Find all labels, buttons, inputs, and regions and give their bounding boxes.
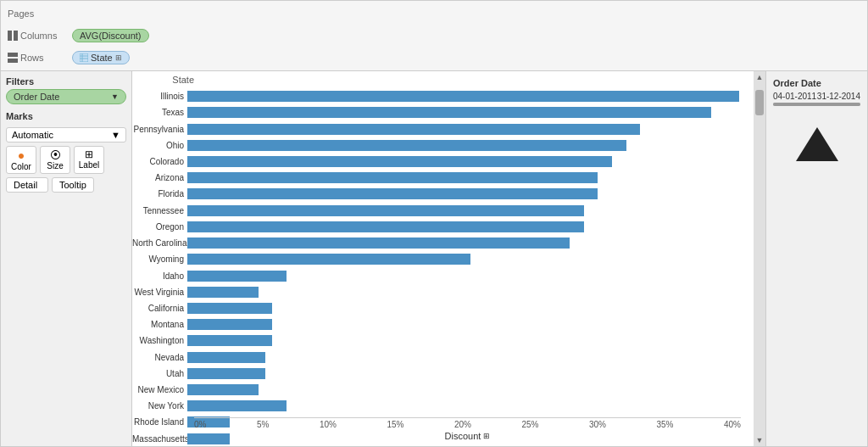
- label-icon: ⊞: [85, 148, 93, 160]
- right-panel: Order Date 04-01-2011 31-12-2014: [765, 71, 867, 446]
- table-row: Montana: [132, 316, 754, 332]
- table-row: Washington: [132, 332, 754, 349]
- rows-row: Rows State ⊞: [8, 47, 860, 68]
- x-tick: 5%: [257, 420, 269, 429]
- filter-order-date[interactable]: Order Date ▼: [6, 89, 126, 104]
- x-tick: 40%: [724, 420, 741, 429]
- scrollbar-thumb[interactable]: [755, 90, 764, 115]
- table-row: Arizona: [132, 170, 754, 186]
- bar[interactable]: [187, 287, 259, 298]
- svg-rect-1: [14, 31, 18, 41]
- state-label: Ohio: [132, 141, 187, 150]
- marks-title: Marks: [6, 111, 126, 121]
- pages-text: Pages: [8, 8, 34, 19]
- state-label: Montana: [132, 320, 187, 329]
- x-tick: 25%: [521, 420, 538, 429]
- marks-buttons: ● Color ⦿ Size ⊞ Label: [6, 146, 126, 174]
- state-label: Colorado: [132, 157, 187, 166]
- bar-area: [187, 367, 754, 380]
- bar[interactable]: [187, 91, 739, 102]
- table-row: Illinois: [132, 88, 754, 104]
- left-panel: Filters Order Date ▼ Marks Automatic ▼ ●…: [1, 71, 132, 446]
- x-tick: 30%: [589, 420, 606, 429]
- bar[interactable]: [187, 188, 598, 199]
- color-button[interactable]: ● Color: [6, 146, 36, 174]
- columns-icon: [8, 31, 18, 41]
- date-slider[interactable]: [773, 103, 860, 106]
- date-start: 04-01-2011: [773, 92, 816, 101]
- label-button[interactable]: ⊞ Label: [74, 146, 104, 174]
- size-icon: ⦿: [50, 148, 61, 161]
- bar-area: [187, 302, 754, 315]
- bars-container: IllinoisTexasPennsylvaniaOhioColoradoAri…: [132, 88, 754, 446]
- bar-area: [187, 237, 754, 249]
- rows-pill-icon: [80, 53, 88, 62]
- state-label: Idaho: [132, 271, 187, 281]
- scroll-up-icon[interactable]: ▲: [756, 73, 764, 81]
- state-label: Rhode Island: [132, 417, 187, 427]
- x-tick: 20%: [454, 420, 471, 429]
- marks-type-select[interactable]: Automatic ▼: [6, 127, 126, 142]
- state-label: Utah: [132, 369, 187, 378]
- bar[interactable]: [187, 140, 626, 151]
- table-row: Florida: [132, 186, 754, 202]
- bar-area: [187, 253, 754, 265]
- state-label: New York: [132, 401, 187, 411]
- bar[interactable]: [187, 205, 584, 216]
- color-circle-icon: ●: [18, 148, 25, 162]
- bar[interactable]: [187, 156, 612, 167]
- state-label: Illinois: [132, 92, 187, 101]
- table-row: Utah: [132, 366, 754, 382]
- bar[interactable]: [187, 303, 272, 314]
- date-range: 04-01-2011 31-12-2014: [773, 92, 860, 101]
- state-label: Florida: [132, 189, 187, 198]
- vertical-scrollbar[interactable]: ▲ ▼: [754, 71, 765, 446]
- state-label: Washington: [132, 336, 187, 345]
- bar[interactable]: [187, 124, 640, 135]
- bar[interactable]: [187, 335, 272, 346]
- sort-icon: ⊞: [115, 53, 122, 62]
- bar[interactable]: [187, 384, 259, 395]
- table-row: Nevada: [132, 349, 754, 366]
- pages-label: Pages: [8, 8, 67, 19]
- detail-button[interactable]: Detail: [6, 177, 48, 193]
- bar-area: [187, 383, 754, 396]
- scroll-down-icon[interactable]: ▼: [756, 436, 764, 444]
- bar[interactable]: [187, 352, 265, 363]
- rows-icon: [8, 53, 18, 63]
- columns-label: Columns: [8, 31, 67, 41]
- state-label: Nevada: [132, 353, 187, 362]
- state-label: Massachusetts: [132, 434, 187, 444]
- tooltip-button[interactable]: Tooltip: [52, 177, 94, 193]
- bar-area: [187, 351, 754, 364]
- bar[interactable]: [187, 319, 272, 330]
- svg-rect-3: [8, 59, 18, 63]
- bar[interactable]: [187, 271, 287, 282]
- bar[interactable]: [187, 172, 598, 183]
- state-label: New Mexico: [132, 385, 187, 394]
- svg-rect-4: [80, 53, 88, 62]
- columns-pill[interactable]: AVG(Discount): [72, 29, 149, 42]
- x-axis-ticks: 0%5%10%15%20%25%30%35%40%: [194, 420, 741, 429]
- state-column-header: State: [136, 75, 194, 85]
- table-row: Wyoming: [132, 251, 754, 267]
- bar-area: [187, 155, 754, 168]
- size-button[interactable]: ⦿ Size: [40, 146, 70, 174]
- bar[interactable]: [187, 400, 287, 411]
- bar[interactable]: [187, 237, 570, 249]
- x-axis-sort-icon: ⊞: [483, 432, 490, 440]
- bar-area: [187, 400, 754, 412]
- x-axis-label: Discount ⊞: [194, 429, 741, 443]
- chart-canvas: State IllinoisTexasPennsylvaniaOhioColor…: [132, 71, 754, 446]
- date-slider-track: [773, 103, 860, 106]
- bar[interactable]: [187, 254, 470, 265]
- marks-dropdown-arrow-icon: ▼: [111, 130, 120, 140]
- date-end: 31-12-2014: [817, 92, 860, 101]
- table-row: North Carolina: [132, 235, 754, 251]
- filters-section: Filters Order Date ▼: [6, 76, 126, 104]
- rows-pill[interactable]: State ⊞: [72, 51, 130, 64]
- bar[interactable]: [187, 368, 265, 379]
- table-row: Tennessee: [132, 203, 754, 219]
- bar[interactable]: [187, 107, 711, 118]
- bar[interactable]: [187, 221, 584, 232]
